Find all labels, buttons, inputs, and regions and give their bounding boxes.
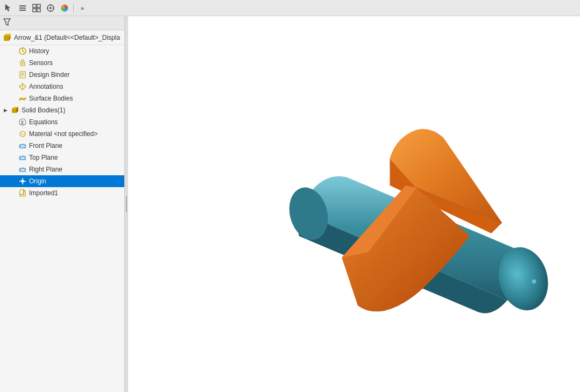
tree-item-imported1-label: Imported1 xyxy=(29,189,58,197)
tree-item-equations-label: Equations xyxy=(29,118,58,126)
svg-point-28 xyxy=(22,88,23,89)
equations-icon: Σ xyxy=(18,118,27,126)
tree-item-solid-bodies-label: Solid Bodies(1) xyxy=(22,106,65,114)
right-plane-icon xyxy=(18,165,27,174)
sensors-icon xyxy=(18,59,27,67)
tree-item-surface-bodies-label: Surface Bodies xyxy=(29,95,73,102)
root-part-label: Arrow_&1 (Default<<Default>_Displa xyxy=(14,34,120,41)
svg-rect-47 xyxy=(20,190,24,195)
svg-marker-41 xyxy=(20,168,25,172)
front-plane-icon xyxy=(18,141,27,150)
tree-item-material[interactable]: Material <not specified> xyxy=(0,128,124,140)
material-icon xyxy=(18,130,27,138)
tree-item-annotations-label: Annotations xyxy=(29,83,63,90)
svg-rect-16 xyxy=(4,35,9,41)
svg-point-21 xyxy=(22,63,24,65)
svg-rect-4 xyxy=(33,4,36,8)
3d-viewport[interactable] xyxy=(128,16,580,392)
tree-item-solid-bodies[interactable]: Solid Bodies(1) xyxy=(0,104,124,116)
svg-rect-1 xyxy=(19,5,26,6)
3d-model-view xyxy=(128,16,580,392)
tree-item-sensors-label: Sensors xyxy=(29,59,53,67)
svg-text:Σ: Σ xyxy=(21,120,24,125)
tree-item-design-binder[interactable]: Design Binder xyxy=(0,69,124,81)
tree-item-material-label: Material <not specified> xyxy=(29,130,97,138)
tree-item-sensors[interactable]: Sensors xyxy=(0,57,124,69)
svg-point-53 xyxy=(532,280,536,284)
tree-item-origin-label: Origin xyxy=(29,177,46,185)
surface-bodies-icon xyxy=(18,94,27,103)
svg-rect-3 xyxy=(19,10,26,11)
cursor-button[interactable] xyxy=(2,2,15,15)
list-button[interactable] xyxy=(16,2,29,15)
origin-icon xyxy=(18,177,27,186)
tree-item-history[interactable]: History xyxy=(0,45,124,57)
svg-rect-7 xyxy=(37,9,40,12)
tree-item-right-plane[interactable]: Right Plane xyxy=(0,163,124,175)
main-area: Arrow_&1 (Default<<Default>_Displa Histo… xyxy=(0,16,580,392)
svg-marker-38 xyxy=(20,156,25,160)
svg-point-46 xyxy=(22,180,24,183)
tree-item-imported1[interactable]: Imported1 xyxy=(0,187,124,199)
part-icon xyxy=(3,33,12,42)
tree-item-top-plane[interactable]: Top Plane xyxy=(0,152,124,163)
tree-item-design-binder-label: Design Binder xyxy=(29,71,69,79)
grid-button[interactable] xyxy=(30,2,43,15)
more-button[interactable]: » xyxy=(76,2,89,15)
svg-marker-15 xyxy=(4,19,10,25)
feature-tree-panel: Arrow_&1 (Default<<Default>_Displa Histo… xyxy=(0,16,125,392)
solid-bodies-icon xyxy=(11,106,19,115)
annotations-icon xyxy=(18,82,27,91)
toolbar: » xyxy=(0,0,580,16)
svg-rect-6 xyxy=(33,9,36,12)
color-wheel-button[interactable] xyxy=(58,2,71,15)
filter-icon xyxy=(3,18,11,27)
tree-item-history-label: History xyxy=(29,47,49,55)
svg-marker-35 xyxy=(20,145,25,148)
svg-rect-5 xyxy=(37,4,40,8)
tree-item-surface-bodies[interactable]: Surface Bodies xyxy=(0,92,124,104)
tree-item-top-plane-label: Top Plane xyxy=(29,154,58,161)
svg-rect-29 xyxy=(12,109,16,113)
top-plane-icon xyxy=(18,153,27,162)
splitter-handle xyxy=(126,196,127,212)
design-binder-icon xyxy=(18,70,27,79)
svg-point-9 xyxy=(49,7,52,9)
root-part-item[interactable]: Arrow_&1 (Default<<Default>_Displa xyxy=(0,30,124,45)
target-button[interactable] xyxy=(44,2,57,15)
svg-rect-2 xyxy=(19,8,26,9)
tree-item-annotations[interactable]: Annotations xyxy=(0,81,124,92)
separator-1 xyxy=(73,3,74,13)
filter-bar xyxy=(0,16,124,30)
tree-item-right-plane-label: Right Plane xyxy=(29,166,62,173)
tree-item-origin[interactable]: Origin xyxy=(0,175,124,187)
tree-item-equations[interactable]: Σ Equations xyxy=(0,116,124,128)
imported1-icon xyxy=(18,189,27,197)
expand-arrow-solid-bodies[interactable] xyxy=(2,107,9,113)
tree-item-front-plane-label: Front Plane xyxy=(29,142,62,149)
feature-tree-list: History Sensors xyxy=(0,45,124,392)
tree-item-front-plane[interactable]: Front Plane xyxy=(0,140,124,152)
history-icon xyxy=(18,47,27,55)
svg-marker-0 xyxy=(5,4,10,11)
